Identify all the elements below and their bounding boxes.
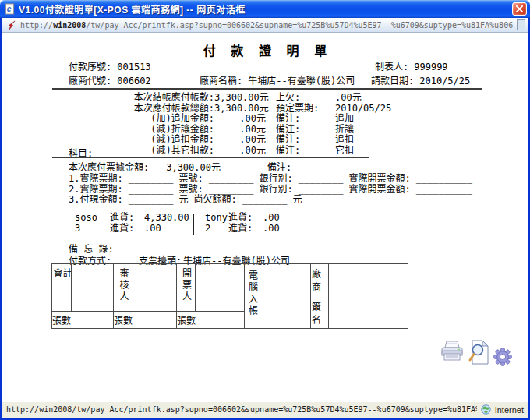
signature-label: 簽名 (312, 299, 328, 326)
address-page-icon (7, 20, 16, 30)
amount-note-value: 追加 (335, 114, 354, 125)
form-header-row: 付款序號:001513 制表人:999999 (2, 62, 528, 72)
purchase-row: tony進貨:.00 (205, 212, 280, 223)
address-bar: http://win2008/tw/pay_Acc/printfk.asp?su… (2, 18, 528, 33)
sheet-count-label: 張數 (114, 316, 132, 326)
signature-table: 會計 審核人 開票人 電腦入帳 廠商 簽名 (51, 263, 408, 329)
purchaser-name: tony (205, 212, 228, 223)
purchaser-name: soso (75, 212, 110, 223)
ticket-total-row: 本次應付票據金額: 3,300.00元 備注: (69, 162, 517, 174)
ticket-bank-label: 銀行別: (260, 184, 293, 195)
preparer-value: 999999 (414, 62, 447, 72)
audit-label: 審核人 (118, 268, 128, 303)
vendor-code-value: 006602 (117, 76, 150, 86)
cash-unit: 元 (178, 194, 188, 205)
purchase-label: 進貨: (110, 223, 144, 234)
ticket-total-value: 3,300.00元 (150, 162, 221, 174)
issue-blank-cell (196, 264, 245, 312)
purchases-left-column: soso進貨:4,330.00 3進貨:.00 (75, 212, 189, 234)
sign-cell-issue: 開票人 (177, 264, 196, 312)
ticket-row-number: 2. (69, 184, 80, 195)
preparer-label: 制表人: (375, 62, 408, 72)
amount-note-value: 折讓 (335, 125, 354, 136)
document-area: 付 款 證 明 單 付款序號:001513 制表人:999999 廠商代號:00… (2, 33, 528, 401)
form-header-row: 廠商代號:006602 廠商名稱:牛埔店--有臺聯(股)公司 請款日期:2010… (2, 76, 528, 86)
sheet-count-label: 張數 (52, 316, 71, 326)
amount-label: 本次結帳應付帳款: (53, 93, 214, 104)
purchase-label: 進貨: (228, 223, 263, 234)
amount-note-label: 備注: (276, 146, 335, 157)
amount-row: (減)其它扣款: .00元 備注: 它扣 (53, 146, 497, 157)
ticket-row: 1.實際票期:________票號:________銀行別:________實際… (69, 174, 517, 185)
close-icon (516, 5, 523, 12)
address-host: win2008 (53, 21, 86, 30)
ticket-amount-label: 實際開票金額: (349, 184, 411, 195)
vendor-sign-wrap: 廠商 簽名 (311, 264, 328, 328)
amount-row: 本次結帳應付帳款: 3,300.00元 上欠: .00元 (53, 93, 497, 104)
print-button[interactable] (440, 341, 465, 366)
payment-row: 付款方式: 支票擡頭: 牛埔店--有臺聯(股)公司 (69, 253, 458, 264)
window-body: http://win2008/tw/pay_Acc/printfk.asp?su… (0, 18, 530, 420)
vendor-name-value: 牛埔店--有臺聯(股)公司 (248, 76, 355, 86)
purchase-value: .00 (263, 223, 280, 234)
vendor-label: 廠商 (312, 266, 328, 293)
amount-value: 3,300.00元 (214, 93, 266, 104)
ticket-bank-label: 銀行別: (260, 173, 293, 184)
amount-row: 本次應付帳款總額: 3,300.00元 預定票期: 2010/05/25 (53, 104, 497, 115)
print-preview-button[interactable] (467, 340, 490, 367)
amount-label: (減)追扣金額: (53, 135, 214, 146)
purchase-value: 4,330.00 (144, 212, 189, 223)
status-url: http://win2008/tw/pay_Acc/printfk.asp?su… (6, 405, 477, 414)
address-path: /tw/pay_Acc/printfk.asp?supno=006602&sup… (86, 21, 513, 30)
divider-middle (52, 157, 369, 158)
balance-unit: 元 (293, 194, 302, 205)
amount-note-label: 預定票期: (276, 104, 335, 115)
ticket-note-label: 備注: (267, 162, 292, 174)
title-bar[interactable]: e V1.00付款證明單[X-POS 雲端商務網] -- 网页对话框 (0, 0, 530, 18)
cash-label: 3.付現金額: (69, 194, 123, 205)
purchaser-name: 2 (205, 223, 228, 234)
balance-label: 尚欠餘額: (194, 194, 237, 205)
cash-row: 3.付現金額:________元尚欠餘額:________元 (69, 195, 517, 206)
computer-entry-label: 電腦入帳 (248, 270, 257, 317)
purchaser-name: 3 (75, 223, 110, 234)
address-bar-endcap (517, 19, 525, 30)
accounting-blank-cell (72, 264, 114, 312)
sign-cell-audit: 審核人 (114, 264, 133, 312)
amount-value: .00元 (214, 135, 266, 146)
computer-entry-blank-cell (260, 264, 311, 329)
sign-cell-computer-entry: 電腦入帳 (245, 264, 260, 329)
purchase-row: 3進貨:.00 (75, 223, 189, 234)
tickets-section: 本次應付票據金額: 3,300.00元 備注: 1.實際票期:________票… (69, 162, 517, 206)
amount-label: 本次應付帳款總額: (53, 104, 214, 115)
amount-value: .00元 (214, 146, 266, 157)
amount-value: .00元 (214, 114, 266, 125)
ticket-date-blank: ________ (129, 173, 174, 184)
ticket-bank-blank: ________ (299, 184, 344, 195)
settings-button[interactable] (492, 347, 514, 369)
purchase-label: 進貨: (228, 212, 263, 223)
ticket-row: 2.實際票期:________票號:________銀行別:________實際… (69, 185, 517, 196)
sheet-count-cell: 張數 (114, 312, 177, 329)
ticket-amount-blank: __________ (416, 173, 472, 184)
amount-value: 3,300.00元 (214, 104, 266, 115)
serial-label: 付款序號: (69, 62, 111, 72)
globe-icon (481, 404, 491, 415)
amounts-section: 科目: 本次結帳應付帳款: 3,300.00元 上欠: .00元 本次應付帳款總… (53, 93, 497, 156)
address-protocol: http:// (20, 21, 53, 30)
ticket-date-label: 實際票期: (80, 184, 122, 195)
ticket-date-blank: ________ (129, 184, 174, 195)
purchase-row: soso進貨:4,330.00 (75, 212, 189, 223)
purchases-right-column: tony進貨:.00 2進貨:.00 (205, 212, 280, 234)
purchase-value: .00 (144, 223, 161, 234)
purchase-row: 2進貨:.00 (205, 223, 280, 234)
request-date-value: 2010/5/25 (419, 76, 470, 86)
ticket-no-blank: ________ (209, 184, 254, 195)
sign-cell-accounting: 會計 (52, 264, 72, 312)
amount-row: (加)追加金額: .00元 備注: 追加 (53, 114, 497, 125)
print-preview-icon (467, 340, 490, 365)
ticket-amount-label: 實際開票金額: (349, 173, 411, 184)
svg-text:e: e (7, 5, 12, 13)
close-button[interactable] (512, 2, 527, 16)
request-date-label: 請款日期: (371, 76, 414, 86)
